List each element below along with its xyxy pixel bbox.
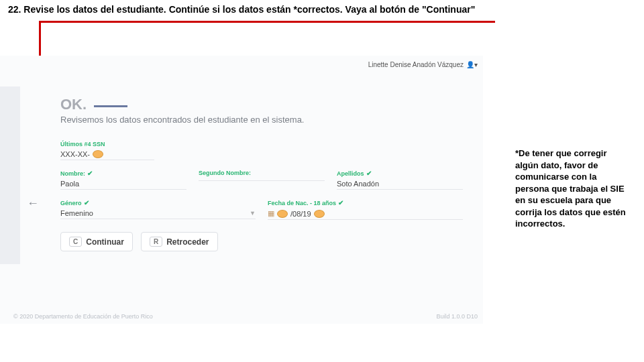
continue-button[interactable]: C Continuar <box>60 232 133 251</box>
app-screenshot: Linette Denise Anadón Vázquez 👤▾ ← OK. R… <box>0 56 483 324</box>
calendar-icon: ▦ <box>268 209 274 218</box>
lastname-label: Apellidos✔ <box>337 170 463 177</box>
callout-line-h <box>39 21 495 23</box>
dob-label: Fecha de Nac. - 18 años✔ <box>268 199 463 206</box>
check-icon: ✔ <box>338 199 343 206</box>
back-arrow-icon[interactable]: ← <box>27 196 39 210</box>
gender-label: Género✔ <box>60 199 256 206</box>
name-label: Nombre:✔ <box>60 170 186 177</box>
ok-heading: OK. <box>60 96 87 113</box>
left-sidebar <box>0 86 20 264</box>
user-name: Linette Denise Anadón Vázquez <box>368 61 464 68</box>
redacted-icon <box>314 210 325 218</box>
dob-value: ▦ /08/19 <box>268 206 463 220</box>
kbd-r: R <box>150 237 162 247</box>
correction-note: *De tener que corregir algún dato, favor… <box>515 147 629 230</box>
ok-underline <box>94 105 127 107</box>
step-instruction: 22. Revise los datos del estudiante. Con… <box>0 0 644 19</box>
sub-heading: Revisemos los datos encontrados del estu… <box>60 115 463 125</box>
lastname-value: Soto Anadón <box>337 177 463 190</box>
check-icon: ✔ <box>366 170 372 177</box>
check-icon: ✔ <box>87 170 93 177</box>
kbd-c: C <box>69 237 82 247</box>
user-icon: 👤▾ <box>466 61 478 68</box>
gender-select[interactable]: Femenino▼ <box>60 206 256 219</box>
redacted-icon <box>277 210 288 218</box>
name-value: Paola <box>60 177 186 190</box>
user-menu[interactable]: Linette Denise Anadón Vázquez 👤▾ <box>368 61 478 68</box>
second-name-value <box>199 176 325 181</box>
footer-right: Build 1.0.0 D10 <box>436 313 478 320</box>
main-content: OK. Revisemos los datos encontrados del … <box>60 96 463 251</box>
ssn-label: Últimos #4 SSN <box>60 141 154 147</box>
check-icon: ✔ <box>84 199 89 206</box>
footer-left: © 2020 Departamento de Educación de Puer… <box>13 313 153 320</box>
ssn-value: XXX-XX- <box>60 147 154 160</box>
back-button[interactable]: R Retroceder <box>141 232 218 251</box>
chevron-down-icon: ▼ <box>250 210 256 217</box>
redacted-icon <box>93 150 103 158</box>
second-name-label: Segundo Nombre: <box>199 170 325 176</box>
